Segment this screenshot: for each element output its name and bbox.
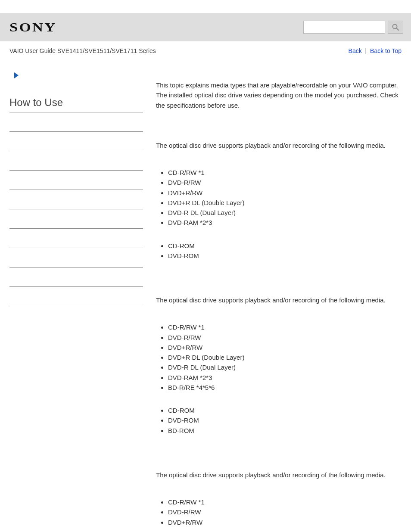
media-list-item: DVD+R DL (Double Layer) [168,198,402,208]
sidebar: How to Use [9,72,143,532]
sidebar-item[interactable] [9,268,143,287]
search-button[interactable] [388,21,403,34]
sidebar-item[interactable] [9,132,143,151]
sidebar-item[interactable] [9,112,143,132]
section-intro: The optical disc drive supports playback… [156,140,402,150]
media-list-item: DVD-ROM [168,251,402,261]
search-wrap [303,21,403,34]
back-link[interactable]: Back [349,47,362,54]
media-list-item: DVD+R/RW [168,188,402,198]
media-list-item: DVD+R DL (Double Layer) [168,352,402,362]
search-input[interactable] [303,21,385,34]
media-list-item: CD-ROM [168,241,402,251]
media-list: CD-ROMDVD-ROMBD-ROM [156,405,402,436]
subheader: VAIO User Guide SVE1411/SVE1511/SVE1711 … [0,41,411,59]
media-list-item: DVD-R DL (Dual Layer) [168,208,402,218]
sidebar-item[interactable] [9,248,143,268]
media-list-item: BD-ROM [168,426,402,436]
media-list-item: DVD-R/RW [168,333,402,342]
media-list-item: DVD-R/RW [168,177,402,187]
guide-title: VAIO User Guide SVE1411/SVE1511/SVE1711 … [9,47,156,54]
sidebar-heading: How to Use [9,96,143,109]
sidebar-item[interactable] [9,287,143,306]
media-list: CD-R/RW *1DVD-R/RWDVD+R/RWDVD+R DL (Doub… [156,322,402,392]
sony-logo: SONY [9,20,57,34]
media-list: CD-ROMDVD-ROM [156,241,402,261]
section-spacer [156,448,402,470]
media-list-item: DVD-ROM [168,415,402,425]
media-list-item: CD-R/RW *1 [168,168,402,177]
svg-line-1 [397,28,399,31]
media-list-item: CD-R/RW *1 [168,497,402,507]
media-list-item: DVD-R DL (Dual Layer) [168,362,402,372]
sidebar-item[interactable] [9,171,143,190]
section-intro: The optical disc drive supports playback… [156,295,402,305]
nav-links: Back | Back to Top [349,47,402,54]
expand-toggle[interactable] [13,72,143,79]
search-icon [392,23,399,31]
sidebar-nav-list [9,112,143,306]
media-list-item: DVD+R/RW [168,342,402,352]
media-list-item: CD-R/RW *1 [168,322,402,332]
media-list-item: DVD+R/RW [168,517,402,527]
content-area: How to Use This topic explains media typ… [0,59,411,532]
media-list-item: DVD-RAM *2*3 [168,373,402,383]
sidebar-item[interactable] [9,151,143,171]
media-list-item: BD-R/RE *4*5*6 [168,383,402,392]
sidebar-item[interactable] [9,229,143,248]
header-bar: SONY [0,13,411,41]
sidebar-item[interactable] [9,209,143,229]
intro-paragraph: This topic explains media types that are… [156,80,402,110]
media-list-item: DVD-R/RW [168,507,402,517]
media-list: CD-R/RW *1DVD-R/RWDVD+R/RWDVD+R DL (Doub… [156,168,402,228]
section-spacer [156,274,402,295]
nav-separator: | [365,47,367,54]
chevron-right-icon [13,72,21,79]
media-list: CD-R/RW *1DVD-R/RWDVD+R/RW [156,497,402,527]
back-to-top-link[interactable]: Back to Top [370,47,402,54]
main-content: This topic explains media types that are… [156,72,402,532]
section-intro: The optical disc drive supports playback… [156,470,402,480]
media-list-item: DVD-RAM *2*3 [168,218,402,227]
media-list-item: CD-ROM [168,405,402,415]
sidebar-item[interactable] [9,190,143,209]
